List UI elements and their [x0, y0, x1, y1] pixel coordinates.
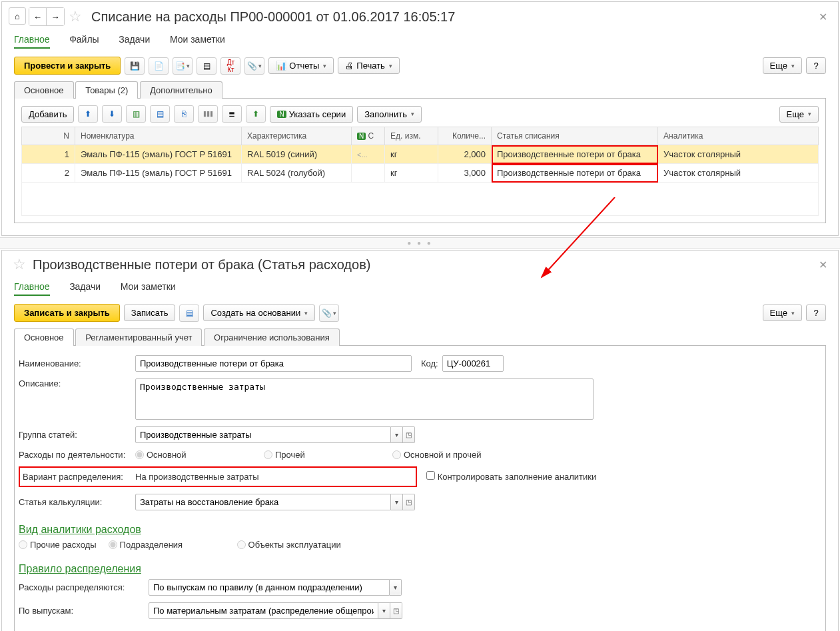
print-button[interactable]: 🖨 Печать ▾ [338, 57, 400, 74]
link-dist-rule[interactable]: Правило распределения [19, 563, 141, 575]
th-qty[interactable]: Количе... [438, 127, 492, 145]
sub-tab-regulated[interactable]: Регламентированный учет [75, 328, 202, 346]
sub-tab-main[interactable]: Основное [14, 328, 74, 346]
save-button[interactable]: Записать [124, 305, 176, 321]
dropdown-icon[interactable]: ▾ [390, 579, 402, 596]
attach-icon[interactable]: 📎▾ [319, 305, 339, 322]
radio-analytics-dept: Подразделения [109, 540, 225, 550]
upper-titlebar: ⌂ ← → ☆ Списание на расходы ПР00-000001 … [2, 2, 838, 31]
dtct-icon[interactable]: ДтКт [220, 57, 240, 75]
open-icon[interactable]: ◳ [390, 602, 402, 619]
favorite-star-icon[interactable]: ☆ [9, 256, 30, 273]
dropdown-icon[interactable]: ▾ [391, 426, 403, 443]
open-icon[interactable]: ◳ [403, 426, 415, 443]
th-analytics[interactable]: Аналитика [658, 127, 819, 145]
sub-tab-additional[interactable]: Дополнительно [140, 81, 222, 99]
table-more-button[interactable]: Еще ▾ [779, 106, 819, 123]
input-name[interactable] [135, 355, 412, 372]
series-button[interactable]: N Указать серии [270, 106, 353, 123]
lower-pane: ☆ Производственные потери от брака (Стат… [1, 250, 839, 631]
nav-back-button[interactable]: ← [29, 8, 47, 25]
table-row[interactable]: 1 Эмаль ПФ-115 (эмаль) ГОСТ Р 51691 RAL … [22, 145, 819, 164]
nav-tab-main[interactable]: Главное [14, 31, 50, 49]
label-dist: Расходы распределяются: [19, 582, 149, 592]
post-and-close-button[interactable]: Провести и закрыть [14, 57, 121, 75]
input-group[interactable] [135, 426, 391, 443]
goods-table: N Номенклатура Характеристика N С Ед. из… [21, 127, 819, 216]
lower-toolbar: Записать и закрыть Записать ▤ Создать на… [2, 300, 838, 328]
barcode-icon[interactable]: ⦀⦀⦀ [198, 105, 218, 123]
sub-tab-main[interactable]: Основное [14, 81, 74, 99]
create-based-button[interactable]: Создать на основании ▾ [203, 305, 315, 321]
sub-tab-goods[interactable]: Товары (2) [75, 81, 138, 99]
upper-toolbar: Провести и закрыть 💾 📄 📑▾ ▤ ДтКт 📎▾ 📊 От… [2, 53, 838, 81]
open-icon[interactable]: ◳ [403, 494, 415, 510]
th-nomenclature[interactable]: Номенклатура [75, 127, 242, 145]
input-calc[interactable] [135, 494, 391, 510]
favorite-star-icon[interactable]: ☆ [65, 8, 86, 25]
label-calc: Статья калькуляции: [19, 497, 135, 507]
move-up-icon[interactable]: ⬆ [78, 105, 98, 123]
link-analytics-type[interactable]: Вид аналитики расходов [19, 524, 141, 536]
nav-forward-button[interactable]: → [47, 8, 64, 25]
radio-analytics-other: Прочие расходы [19, 540, 97, 550]
post-icon[interactable]: 📄 [149, 57, 169, 75]
article-title: Производственные потери от брака (Статья… [33, 257, 815, 273]
doc-title: Списание на расходы ПР00-000001 от 01.06… [91, 9, 815, 25]
help-button[interactable]: ? [806, 305, 826, 321]
nav-tab-main[interactable]: Главное [14, 279, 50, 296]
input-desc[interactable] [135, 378, 594, 420]
checkbox-control-analytics[interactable]: Контролировать заполнение аналитики [426, 472, 596, 482]
add-row-button[interactable]: Добавить [21, 106, 74, 123]
doc-lines-icon[interactable]: ≣ [222, 105, 242, 123]
table-row[interactable]: 2 Эмаль ПФ-115 (эмаль) ГОСТ Р 51691 RAL … [22, 164, 819, 183]
up-green-icon[interactable]: ⬆ [246, 105, 266, 123]
reports-button[interactable]: 📊 Отчеты ▾ [268, 57, 334, 74]
nav-tab-files[interactable]: Файлы [69, 31, 99, 47]
th-c[interactable]: N С [352, 127, 385, 145]
nav-tab-notes[interactable]: Мои заметки [170, 31, 225, 47]
copy-icon[interactable]: 📑▾ [173, 57, 193, 75]
sub-tab-restrict[interactable]: Ограничение использования [204, 328, 340, 346]
lower-sub-tabs: Основное Регламентированный учет Огранич… [2, 328, 838, 346]
save-and-close-button[interactable]: Записать и закрыть [14, 304, 120, 322]
radio-activity-other: Прочей [264, 450, 380, 460]
doc-blue-icon[interactable]: ▤ [150, 105, 170, 123]
home-button[interactable]: ⌂ [9, 7, 26, 25]
close-lower-button[interactable]: ✕ [815, 259, 831, 271]
th-n[interactable]: N [22, 127, 75, 145]
nav-tab-notes[interactable]: Мои заметки [121, 279, 176, 295]
copy-row-icon[interactable]: ⎘ [174, 105, 194, 123]
more-button[interactable]: Еще ▾ [763, 57, 802, 74]
label-activity: Расходы по деятельности: [19, 450, 135, 460]
doc-green-icon[interactable]: ▥ [126, 105, 146, 123]
help-button[interactable]: ? [806, 57, 826, 74]
goods-tab-content: Добавить ⬆ ⬇ ▥ ▤ ⎘ ⦀⦀⦀ ≣ ⬆ N Указать сер… [14, 98, 826, 223]
th-writeoff[interactable]: Статья списания [492, 127, 658, 145]
dropdown-icon[interactable]: ▾ [391, 494, 403, 510]
input-code[interactable] [442, 355, 504, 372]
move-down-icon[interactable]: ⬇ [102, 105, 122, 123]
article-form: Наименование: Код: Описание: Группа стат… [14, 345, 826, 631]
upper-pane: ⌂ ← → ☆ Списание на расходы ПР00-000001 … [1, 1, 839, 236]
input-issues[interactable] [149, 602, 378, 619]
dropdown-icon[interactable]: ▾ [378, 602, 390, 619]
nav-tab-tasks[interactable]: Задачи [119, 31, 150, 47]
fill-button[interactable]: Заполнить ▾ [357, 106, 422, 123]
th-char[interactable]: Характеристика [242, 127, 352, 145]
label-desc: Описание: [19, 378, 135, 388]
input-dist[interactable] [149, 579, 390, 596]
close-upper-button[interactable]: ✕ [815, 11, 831, 23]
lower-nav-tabs: Главное Задачи Мои заметки [2, 279, 838, 300]
upper-nav-tabs: Главное Файлы Задачи Мои заметки [2, 31, 838, 53]
list-icon[interactable]: ▤ [179, 305, 199, 322]
save-icon[interactable]: 💾 [125, 57, 145, 75]
nav-tab-tasks[interactable]: Задачи [69, 279, 101, 295]
attach-icon[interactable]: 📎▾ [244, 57, 264, 75]
radio-activity-main: Основной [135, 450, 252, 460]
list-icon[interactable]: ▤ [197, 57, 216, 75]
split-handle[interactable]: ● ● ● [0, 237, 840, 249]
th-uom[interactable]: Ед. изм. [385, 127, 438, 145]
label-code: Код: [421, 358, 438, 368]
more-button[interactable]: Еще ▾ [763, 305, 802, 321]
